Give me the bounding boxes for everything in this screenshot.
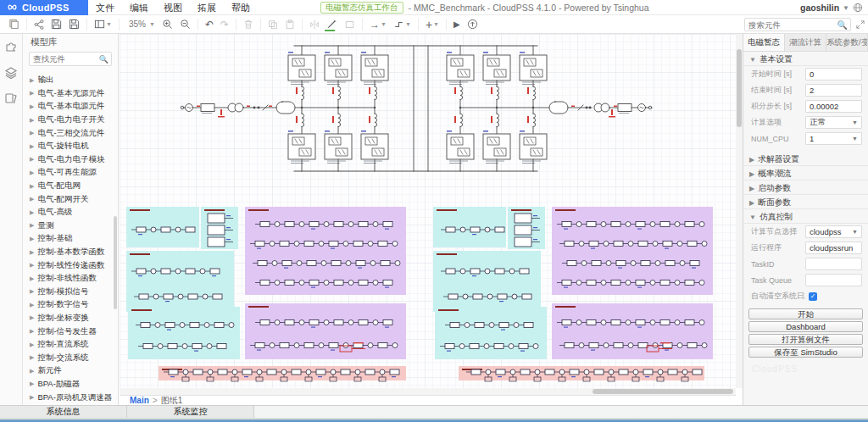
- library-search[interactable]: 🔍: [29, 52, 112, 66]
- sidebar-item-basic-source[interactable]: ▶电气-基本电源元件: [23, 100, 119, 114]
- breadcrumb-root[interactable]: Main: [130, 396, 149, 405]
- sidebar-item-pe-switch[interactable]: ▶电气-电力电子开关: [23, 114, 119, 127]
- component-search-input[interactable]: [745, 20, 837, 30]
- sidebar-item-ctrl-analog[interactable]: ▶控制-模拟信号: [23, 286, 119, 299]
- pages-icon[interactable]: [5, 17, 23, 32]
- field-calc-option: 计算选项 正常▼: [743, 114, 868, 130]
- compute-node-select[interactable]: cloudpss▼: [805, 225, 862, 238]
- open-case-file-button[interactable]: 打开算例文件: [748, 334, 863, 345]
- section-startup-params[interactable]: ▶启动参数: [743, 180, 868, 195]
- sidebar-item-distribution[interactable]: ▶电气-配电网: [23, 180, 119, 193]
- hscroll-thumb[interactable]: [593, 389, 733, 394]
- bottom-tabs: 系统信息 系统监控: [0, 406, 254, 419]
- sidebar-item-measurement[interactable]: ▶量测: [23, 219, 119, 233]
- auto-clear-log-checkbox[interactable]: ✓: [809, 292, 817, 301]
- zoom-out-icon[interactable]: [176, 17, 194, 32]
- tab-powerflow[interactable]: 潮流计算: [785, 34, 826, 51]
- layout-tool[interactable]: ▼: [91, 17, 115, 32]
- num-cpu-select[interactable]: 1▼: [805, 132, 862, 145]
- section-snapshot-params[interactable]: ▶断面参数: [743, 195, 868, 209]
- menu-extensions[interactable]: 拓展: [190, 0, 224, 15]
- draw-line-tool[interactable]: [323, 17, 341, 32]
- sidebar-item-advanced[interactable]: ▶电气-高级: [23, 206, 119, 219]
- polyline-tool[interactable]: ▼: [390, 17, 415, 32]
- zoom-level: 35%: [126, 19, 148, 29]
- delete-icon[interactable]: [240, 17, 257, 32]
- simulation-settings-panel: 电磁暂态 潮流计算 系统参数/变量 ▼基本设置 开始时间 [s] 结束时间 [s…: [743, 34, 868, 405]
- start-button[interactable]: 开始: [748, 308, 863, 319]
- sidebar-item-ctrl-coord[interactable]: ▶控制-坐标变换: [23, 312, 119, 325]
- copy-icon[interactable]: [264, 17, 281, 32]
- dashboard-button[interactable]: Dashboard: [748, 321, 863, 332]
- canvas-hscrollbar[interactable]: [120, 388, 736, 395]
- canvas-vscrollbar[interactable]: [736, 34, 743, 388]
- task-id-input[interactable]: [810, 259, 858, 269]
- sidebar-item-ctrl-nonlinear[interactable]: ▶控制-非线性函数: [23, 272, 119, 286]
- zoom-level-select[interactable]: 35%▼: [123, 17, 159, 32]
- arrow-tool[interactable]: →▼: [366, 17, 390, 32]
- menu-view[interactable]: 视图: [156, 0, 190, 15]
- menu-help[interactable]: 帮助: [224, 0, 258, 15]
- sidebar-item-dist-switch[interactable]: ▶电气-配网开关: [23, 192, 119, 206]
- end-time-input[interactable]: [810, 86, 858, 95]
- section-probabilistic-flow[interactable]: ▶概率潮流: [743, 166, 868, 180]
- sidebar-scrollbar[interactable]: [114, 216, 117, 309]
- sidebar-item-bpa-exciter[interactable]: ▶BPA-励磁器: [23, 378, 119, 391]
- components-library-icon[interactable]: [4, 41, 18, 54]
- library-books-icon[interactable]: [4, 92, 18, 105]
- tab-emt[interactable]: 电磁暂态: [743, 34, 785, 51]
- add-component-tool[interactable]: +▼: [422, 17, 442, 32]
- sidebar-item-ctrl-siggen[interactable]: ▶控制-信号发生器: [23, 325, 119, 338]
- run-program-input[interactable]: [810, 243, 858, 253]
- sidebar-item-basic-passive[interactable]: ▶电气-基本无源元件: [23, 87, 119, 101]
- rectangle-tool[interactable]: [341, 17, 359, 32]
- sidebar-item-output[interactable]: ▶输出: [23, 74, 119, 87]
- tab-sysparams[interactable]: 系统参数/变量: [826, 34, 868, 51]
- undo-icon[interactable]: ↶: [202, 17, 217, 32]
- menu-bar: CloudPSS 文件 编辑 视图 拓展 帮助 电磁暂态仿真工作台 - MMC_…: [0, 0, 868, 15]
- save-as-icon[interactable]: [65, 17, 83, 32]
- user-menu[interactable]: gaoshilin ▼: [800, 0, 863, 15]
- sidebar-item-ctrl-basic[interactable]: ▶控制-基础: [23, 232, 119, 246]
- redo-icon[interactable]: ↷: [217, 17, 232, 32]
- sidebar-item-ctrl-digital[interactable]: ▶控制-数字信号: [23, 298, 119, 312]
- layers-icon[interactable]: [4, 66, 18, 80]
- expand-icon[interactable]: [856, 20, 865, 31]
- sidebar-item-ctrl-math[interactable]: ▶控制-基本数学函数: [23, 246, 119, 259]
- schematic-canvas[interactable]: [120, 34, 736, 388]
- save-to-simstudio-button[interactable]: 保存至 SimStudio: [748, 347, 863, 358]
- publish-icon[interactable]: [464, 17, 481, 32]
- save-icon[interactable]: [47, 17, 65, 32]
- section-basic-settings[interactable]: ▼基本设置: [743, 52, 868, 66]
- step-size-input[interactable]: [810, 102, 858, 111]
- mirror-icon[interactable]: [306, 17, 323, 32]
- tab-system-info[interactable]: 系统信息: [0, 406, 127, 419]
- zoom-in-icon[interactable]: [159, 17, 176, 32]
- sidebar-item-pe-module[interactable]: ▶电气-电力电子模块: [23, 153, 119, 167]
- cloudpss-logo[interactable]: CloudPSS: [0, 0, 88, 15]
- sidebar-item-bpa-governor[interactable]: ▶BPA-原动机及调速器: [23, 391, 119, 404]
- sidebar-item-3ph-ac[interactable]: ▶电气-三相交流元件: [23, 126, 119, 140]
- menu-edit[interactable]: 编辑: [122, 0, 156, 15]
- tab-system-monitor[interactable]: 系统监控: [127, 406, 254, 419]
- sidebar-item-renewable[interactable]: ▶电气-可再生能源: [23, 166, 119, 180]
- vscroll-thumb[interactable]: [737, 49, 742, 127]
- start-time-input[interactable]: [810, 69, 858, 79]
- section-solver-settings[interactable]: ▶求解器设置: [743, 152, 868, 166]
- sidebar-item-new-component[interactable]: ▶新元件: [23, 364, 119, 378]
- run-icon[interactable]: ▶: [450, 17, 464, 32]
- task-queue-input[interactable]: [810, 275, 858, 285]
- menu-file[interactable]: 文件: [88, 0, 122, 15]
- section-sim-control[interactable]: ▼仿真控制: [743, 209, 868, 224]
- sidebar-item-ctrl-linear-tf[interactable]: ▶控制-线性传递函数: [23, 258, 119, 272]
- share-icon[interactable]: [31, 17, 47, 32]
- sidebar-item-ctrl-ac[interactable]: ▶控制-交流系统: [23, 351, 119, 364]
- sidebar-item-ctrl-dc[interactable]: ▶控制-直流系统: [23, 338, 119, 352]
- paste-icon[interactable]: [281, 17, 298, 32]
- sidebar-item-rotating-machine[interactable]: ▶电气-旋转电机: [23, 140, 119, 153]
- component-search[interactable]: 🔍: [744, 18, 851, 31]
- logo-text: CloudPSS: [22, 3, 70, 13]
- calc-option-select[interactable]: 正常▼: [805, 116, 862, 129]
- library-search-input[interactable]: [30, 54, 99, 64]
- language-globe-icon[interactable]: [853, 3, 863, 13]
